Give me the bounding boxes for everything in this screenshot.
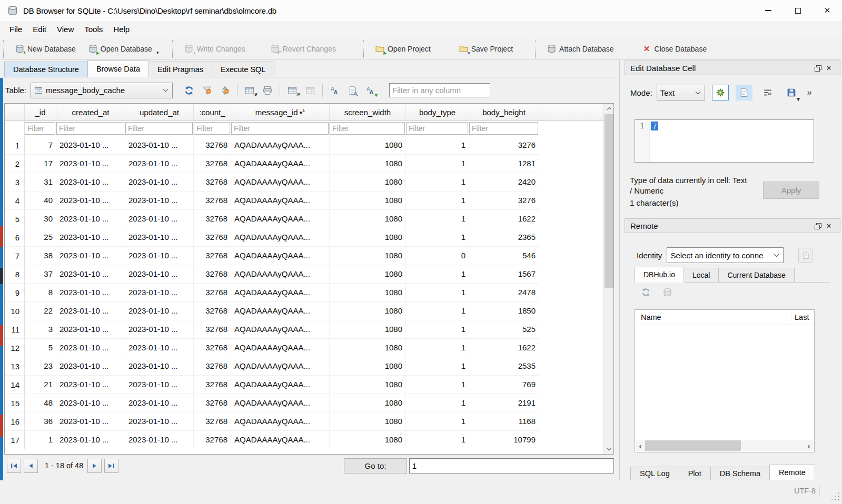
table-cell[interactable]: 1 bbox=[406, 191, 469, 210]
table-cell[interactable]: 32768 bbox=[194, 136, 231, 155]
row-number[interactable]: 9 bbox=[5, 284, 25, 302]
toolbar-overflow-icon[interactable]: » bbox=[807, 88, 812, 97]
table-cell[interactable]: AQADAAAAyQAAA... bbox=[231, 284, 330, 302]
table-cell[interactable]: 2023-01-10 ... bbox=[125, 210, 194, 228]
table-cell[interactable]: 1080 bbox=[330, 247, 406, 265]
global-filter-input[interactable] bbox=[389, 83, 490, 97]
row-number[interactable]: 6 bbox=[5, 228, 25, 247]
tab-local[interactable]: Local bbox=[683, 268, 719, 282]
table-cell[interactable]: 1622 bbox=[469, 339, 539, 357]
table-cell[interactable]: 22 bbox=[25, 302, 56, 320]
table-cell[interactable]: 1 bbox=[406, 357, 469, 376]
menu-view[interactable]: View bbox=[52, 21, 79, 38]
cell-editor-content[interactable]: 7 bbox=[651, 122, 658, 130]
float-panel-button[interactable] bbox=[811, 63, 823, 73]
word-wrap-toggle[interactable] bbox=[759, 85, 776, 100]
table-cell[interactable]: 2535 bbox=[469, 357, 539, 376]
row-number[interactable]: 7 bbox=[5, 247, 25, 265]
table-cell[interactable]: 1080 bbox=[330, 284, 406, 302]
table-cell[interactable]: 1 bbox=[406, 320, 469, 339]
table-cell[interactable]: 32768 bbox=[194, 431, 231, 449]
column-header-updated_at[interactable]: updated_at bbox=[125, 104, 194, 120]
table-cell[interactable]: 525 bbox=[469, 320, 539, 339]
table-cell[interactable]: 2023-01-10 ... bbox=[125, 339, 194, 357]
table-cell[interactable]: 2023-01-10 ... bbox=[125, 265, 194, 284]
list-column-name[interactable]: Name bbox=[635, 313, 791, 321]
table-cell[interactable]: 32768 bbox=[194, 412, 231, 431]
table-cell[interactable]: AQADAAAAyQAAA... bbox=[231, 320, 330, 339]
table-cell[interactable]: AQADAAAAyQAAA... bbox=[231, 339, 330, 357]
row-number[interactable]: 14 bbox=[5, 376, 25, 394]
table-cell[interactable]: 2023-01-10 ... bbox=[125, 173, 194, 191]
table-cell[interactable]: 1080 bbox=[330, 412, 406, 431]
write-changes-button[interactable]: ▪ Write Changes bbox=[178, 41, 251, 57]
table-cell[interactable]: 25 bbox=[25, 228, 56, 247]
table-cell[interactable]: AQADAAAAyQAAA... bbox=[231, 228, 330, 247]
menu-edit[interactable]: Edit bbox=[27, 21, 52, 38]
table-cell[interactable]: 1 bbox=[406, 136, 469, 155]
find-in-cells-button[interactable] bbox=[344, 82, 362, 99]
table-cell[interactable]: 8 bbox=[25, 284, 56, 302]
open-project-button[interactable]: ▸ Open Project bbox=[369, 41, 437, 57]
column-header-body_type[interactable]: body_type bbox=[406, 104, 469, 120]
auto-format-toggle[interactable] bbox=[712, 85, 729, 100]
revert-changes-button[interactable]: ↶ Revert Changes bbox=[264, 41, 342, 57]
table-cell[interactable]: 2023-01-10 ... bbox=[56, 228, 125, 247]
table-cell[interactable]: 2023-01-10 ... bbox=[125, 302, 194, 320]
table-cell[interactable]: 1 bbox=[406, 412, 469, 431]
filter-input-body_height[interactable] bbox=[469, 122, 538, 135]
table-cell[interactable]: 1080 bbox=[330, 431, 406, 449]
tab-dbhub[interactable]: DBHub.io bbox=[635, 267, 684, 283]
next-record-button[interactable] bbox=[87, 459, 102, 473]
menu-help[interactable]: Help bbox=[108, 21, 135, 38]
table-cell[interactable]: 2023-01-10 ... bbox=[56, 339, 125, 357]
table-cell[interactable]: 2023-01-10 ... bbox=[125, 284, 194, 302]
table-cell[interactable]: 36 bbox=[25, 412, 56, 431]
table-cell[interactable]: 2023-01-10 ... bbox=[125, 247, 194, 265]
scroll-left-icon[interactable]: ‹ bbox=[636, 440, 645, 451]
corner-header[interactable] bbox=[5, 104, 25, 120]
table-cell[interactable]: 32768 bbox=[194, 191, 231, 210]
open-database-button[interactable]: ▸ Open Database ▾ bbox=[82, 41, 165, 57]
row-number[interactable]: 5 bbox=[5, 210, 25, 228]
new-database-button[interactable]: + New Database bbox=[9, 41, 82, 57]
vertical-scrollbar[interactable] bbox=[603, 104, 613, 454]
table-cell[interactable]: 32768 bbox=[194, 173, 231, 191]
table-cell[interactable]: 23 bbox=[25, 357, 56, 376]
save-project-button[interactable]: ▪ Save Project bbox=[453, 41, 519, 57]
row-number[interactable]: 15 bbox=[5, 394, 25, 412]
table-cell[interactable]: 1 bbox=[406, 394, 469, 412]
table-cell[interactable]: 1 bbox=[406, 431, 469, 449]
table-cell[interactable]: 2023-01-10 ... bbox=[56, 247, 125, 265]
table-cell[interactable]: 1080 bbox=[330, 210, 406, 228]
row-number[interactable]: 13 bbox=[5, 357, 25, 376]
tab-execute-sql[interactable]: Execute SQL bbox=[212, 62, 274, 77]
tab-edit-pragmas[interactable]: Edit Pragmas bbox=[148, 62, 212, 77]
row-number[interactable]: 8 bbox=[5, 265, 25, 284]
row-number[interactable]: 16 bbox=[5, 412, 25, 431]
table-cell[interactable]: 1080 bbox=[330, 265, 406, 284]
table-cell[interactable]: 1080 bbox=[330, 339, 406, 357]
tab-browse-data[interactable]: Browse Data bbox=[87, 61, 149, 77]
table-cell[interactable]: 2023-01-10 ... bbox=[56, 412, 125, 431]
print-button[interactable] bbox=[259, 82, 276, 99]
column-header-:count_[interactable]: :count_ bbox=[194, 104, 231, 120]
table-cell[interactable]: 32768 bbox=[194, 376, 231, 394]
table-cell[interactable]: 32768 bbox=[194, 302, 231, 320]
table-cell[interactable]: 32768 bbox=[194, 265, 231, 284]
scroll-down-icon[interactable] bbox=[604, 444, 614, 454]
delete-record-button[interactable]: − bbox=[301, 82, 319, 99]
table-cell[interactable]: 32768 bbox=[194, 284, 231, 302]
apply-button[interactable]: Apply bbox=[763, 182, 819, 199]
close-button[interactable]: ✕ bbox=[813, 0, 842, 21]
maximize-button[interactable] bbox=[783, 0, 813, 21]
table-cell[interactable]: 3 bbox=[25, 320, 56, 339]
table-cell[interactable]: 30 bbox=[25, 210, 56, 228]
tab-sql-log[interactable]: SQL Log bbox=[630, 467, 679, 480]
table-cell[interactable]: 1080 bbox=[330, 357, 406, 376]
text-mode-toggle[interactable] bbox=[736, 85, 752, 100]
table-cell[interactable]: 37 bbox=[25, 265, 56, 284]
scroll-right-icon[interactable]: › bbox=[804, 440, 814, 451]
table-cell[interactable]: 40 bbox=[25, 191, 56, 210]
table-cell[interactable]: 2023-01-10 ... bbox=[56, 136, 125, 155]
